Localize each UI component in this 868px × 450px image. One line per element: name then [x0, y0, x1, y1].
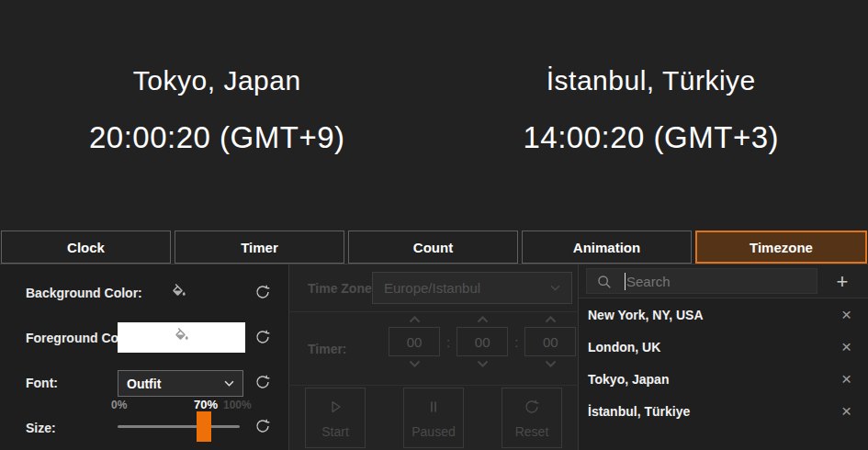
- paint-bucket-icon: [171, 284, 187, 303]
- tab-timezone[interactable]: Timezone: [695, 231, 867, 264]
- location-name: İstanbul, Türkiye: [588, 404, 690, 419]
- remove-location-button[interactable]: ×: [841, 306, 851, 323]
- location-row: New York, NY, USA ×: [579, 298, 868, 331]
- app-root: Tokyo, Japan 20:00:20 (GMT+9) İstanbul, …: [0, 0, 868, 450]
- start-button[interactable]: Start: [305, 388, 366, 448]
- font-select[interactable]: Outfit: [118, 370, 243, 397]
- size-current-label: 70%: [194, 398, 218, 411]
- background-color-label: Background Color:: [26, 286, 142, 300]
- hours-value[interactable]: 00: [389, 327, 440, 356]
- remove-location-button[interactable]: ×: [841, 402, 851, 420]
- chevron-down-icon: [550, 285, 560, 291]
- text-caret: [625, 273, 626, 290]
- size-label: Size:: [26, 421, 56, 435]
- clock-display: Tokyo, Japan 20:00:20 (GMT+9) İstanbul, …: [0, 0, 868, 231]
- chevron-down-icon: [224, 380, 234, 387]
- clock-time: 20:00:20 (GMT+9): [89, 120, 345, 155]
- timer-row: Timer: 00 : 00 :: [289, 312, 578, 386]
- timer-label: Timer:: [308, 342, 347, 356]
- location-name: London, UK: [588, 340, 660, 354]
- location-name: New York, NY, USA: [588, 308, 704, 322]
- time-zone-label: Time Zone:: [308, 281, 376, 296]
- clock-city: Tokyo, Japan: [133, 65, 301, 96]
- background-color-picker-button[interactable]: [171, 284, 187, 303]
- size-min-label: 0%: [111, 399, 127, 411]
- tab-animation[interactable]: Animation: [522, 231, 692, 264]
- size-slider-thumb[interactable]: [197, 411, 211, 442]
- seconds-spinner: 00: [524, 316, 576, 367]
- tab-count[interactable]: Count: [348, 231, 518, 264]
- add-location-button[interactable]: +: [830, 270, 854, 293]
- tab-timer[interactable]: Timer: [175, 231, 344, 264]
- tab-clock[interactable]: Clock: [1, 231, 171, 264]
- appearance-panel: Background Color: Foreground Color:: [0, 264, 289, 450]
- settings-area: Background Color: Foreground Color:: [0, 264, 868, 450]
- location-name: Tokyo, Japan: [588, 372, 669, 387]
- foreground-color-swatch[interactable]: [118, 322, 245, 353]
- clock-city: İstanbul, Türkiye: [547, 65, 756, 96]
- foreground-color-reset-button[interactable]: [254, 328, 272, 349]
- spinner-down-icon[interactable]: [477, 360, 489, 367]
- refresh-icon: [254, 283, 272, 304]
- locations-panel: + New York, NY, USA × London, UK × Tokyo…: [579, 264, 868, 450]
- location-row: Tokyo, Japan ×: [579, 363, 868, 395]
- remove-location-button[interactable]: ×: [841, 370, 851, 388]
- spinner-down-icon[interactable]: [409, 360, 421, 367]
- timezone-select-value: Europe/Istanbul: [384, 280, 480, 296]
- minutes-value[interactable]: 00: [457, 327, 508, 356]
- reset-button[interactable]: Reset: [502, 388, 562, 448]
- search-box[interactable]: [586, 268, 817, 294]
- refresh-icon: [523, 398, 541, 419]
- spinner-up-icon[interactable]: [477, 316, 489, 323]
- timer-separator: :: [514, 334, 518, 350]
- timezone-select-row: Time Zone: Europe/Istanbul: [289, 264, 578, 312]
- location-row: London, UK ×: [579, 331, 868, 363]
- refresh-icon: [254, 417, 272, 438]
- refresh-icon: [254, 373, 272, 394]
- paint-bucket-icon: [174, 328, 190, 347]
- spinner-up-icon[interactable]: [545, 316, 557, 323]
- size-slider[interactable]: [118, 411, 240, 442]
- tab-bar: Clock Timer Count Animation Timezone: [0, 231, 868, 264]
- font-reset-button[interactable]: [254, 373, 272, 394]
- search-icon: [596, 274, 612, 289]
- seconds-value[interactable]: 00: [524, 327, 576, 356]
- start-button-label: Start: [321, 424, 349, 439]
- location-row: İstanbul, Türkiye ×: [579, 395, 868, 427]
- play-icon: [326, 398, 344, 419]
- clock-time: 14:00:20 (GMT+3): [523, 120, 779, 155]
- size-max-label: 100%: [223, 399, 252, 411]
- reset-button-label: Reset: [515, 424, 549, 439]
- clock-column-left: Tokyo, Japan 20:00:20 (GMT+9): [0, 0, 434, 231]
- timer-spinners: 00 : 00 : 00: [389, 316, 576, 367]
- background-color-reset-button[interactable]: [254, 283, 272, 304]
- hours-spinner: 00: [389, 316, 440, 367]
- font-label: Font:: [26, 376, 58, 390]
- timezone-timer-panel: Time Zone: Europe/Istanbul Timer: 00: [289, 264, 579, 450]
- search-row: +: [579, 264, 868, 298]
- timezone-select[interactable]: Europe/Istanbul: [372, 272, 572, 304]
- paused-button[interactable]: Paused: [403, 388, 464, 448]
- clock-column-right: İstanbul, Türkiye 14:00:20 (GMT+3): [434, 0, 868, 231]
- slider-track: [118, 425, 240, 428]
- size-reset-button[interactable]: [254, 417, 272, 438]
- spinner-up-icon[interactable]: [409, 316, 421, 323]
- pause-icon: [424, 398, 443, 419]
- locations-list: New York, NY, USA × London, UK × Tokyo, …: [579, 298, 868, 427]
- minutes-spinner: 00: [457, 316, 508, 367]
- spinner-down-icon[interactable]: [545, 360, 557, 367]
- font-select-value: Outfit: [127, 377, 161, 391]
- search-input[interactable]: [587, 269, 817, 293]
- remove-location-button[interactable]: ×: [841, 338, 851, 355]
- refresh-icon: [254, 328, 272, 349]
- timer-controls-row: Start Paused Reset: [289, 386, 578, 450]
- paused-button-label: Paused: [411, 424, 455, 439]
- timer-separator: :: [446, 334, 450, 350]
